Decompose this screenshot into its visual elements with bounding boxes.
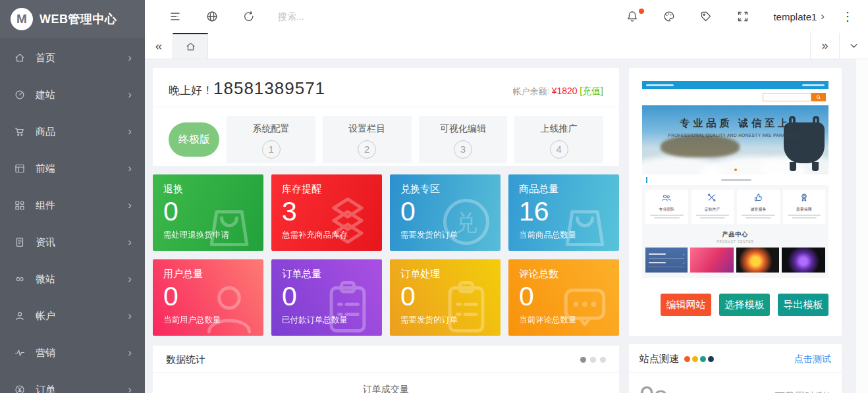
- collapse-menu-icon[interactable]: [169, 10, 182, 23]
- hero-subtitle: PROFESSIONAL QUALITY AND HONESTY ARE PAR…: [642, 133, 828, 138]
- mini-product-thumbnail: [690, 248, 734, 273]
- redeem-icon: 兑: [436, 192, 497, 251]
- mini-site-hero-banner: 专业品质 诚信至上 PROFESSIONAL QUALITY AND HONES…: [642, 105, 828, 174]
- stat-card-returns[interactable]: 退换 0 需处理退换货申请: [153, 174, 263, 251]
- svg-text:兑: 兑: [455, 210, 478, 235]
- legend-dot: [700, 356, 706, 362]
- team-icon: [661, 193, 672, 202]
- stat-card-redeem-zone[interactable]: 兑换专区 0 需要发货的订单 兑: [390, 174, 501, 251]
- sidebar-item-account[interactable]: 帐户 ›: [0, 298, 145, 334]
- step-visual-edit[interactable]: 可视化编辑 3: [419, 116, 508, 163]
- step-number: 3: [454, 140, 472, 159]
- step-set-columns[interactable]: 设置栏目 2: [323, 116, 412, 163]
- person-icon: [199, 276, 259, 336]
- comment-icon: [555, 276, 615, 336]
- mini-text-placeholder: [792, 217, 817, 219]
- carousel-dot[interactable]: [590, 357, 596, 363]
- document-icon: [13, 236, 26, 249]
- version-badge: 终极版: [169, 122, 219, 157]
- step-go-live[interactable]: 上线推广 4: [514, 116, 603, 163]
- cart-icon: [13, 125, 26, 138]
- sidebar-item-frontend[interactable]: 前端 ›: [0, 150, 145, 187]
- chevron-right-icon: ›: [821, 10, 825, 23]
- tools-icon: [707, 193, 717, 202]
- hero-carousel-dot: [734, 169, 737, 171]
- sidebar-item-marketing[interactable]: 营销 ›: [0, 334, 145, 371]
- sidebar-item-products[interactable]: 商品 ›: [0, 113, 145, 150]
- tabs-menu-button[interactable]: [839, 33, 868, 59]
- mini-text-placeholder: [650, 215, 684, 216]
- search: [278, 11, 449, 22]
- carousel-dot[interactable]: [580, 357, 586, 363]
- section-title: 站点测速: [639, 353, 679, 365]
- recharge-link[interactable]: [充值]: [580, 86, 603, 96]
- mountain-shape: [661, 135, 740, 157]
- dashed-divider: [153, 107, 619, 107]
- template-selector[interactable]: template1 ›: [773, 10, 825, 23]
- chevron-right-icon: ›: [128, 125, 132, 138]
- legend-dot: [708, 356, 714, 362]
- mini-text-placeholder: [700, 217, 726, 219]
- run-speed-test-link[interactable]: 点击测试: [794, 354, 831, 365]
- main-content: 晚上好！ 18581389571 帐户余额: ¥1820 [充值] 终极版 系统…: [145, 59, 868, 393]
- kebab-menu-icon[interactable]: ⋮: [842, 9, 854, 24]
- stat-card-order-processing[interactable]: 订单处理 0 需要发货的订单: [390, 259, 501, 336]
- tabs-scroll-left-button[interactable]: «: [145, 33, 173, 59]
- mini-search-box: [763, 93, 811, 101]
- mini-site-body: 专业团队 定制生产 诚意服务: [642, 185, 828, 278]
- stat-card-user-total[interactable]: 用户总量 0 当前用户总数量: [153, 259, 263, 336]
- chevron-down-icon: [849, 41, 859, 51]
- sidebar-item-microsite[interactable]: ∞ 微站 ›: [0, 261, 145, 298]
- notification-bell-icon[interactable]: [626, 10, 639, 23]
- tag-icon[interactable]: [699, 10, 713, 23]
- blue-tick: [646, 177, 647, 183]
- stat-card-stock-alert[interactable]: 库存提醒 3 急需补充商品库存: [271, 174, 382, 251]
- fullscreen-icon[interactable]: [736, 10, 749, 23]
- export-template-button[interactable]: 导出模板: [778, 294, 828, 316]
- mini-site-header: [642, 89, 828, 105]
- stat-card-order-total[interactable]: 订单总量 0 已付款订单总数量: [271, 259, 382, 336]
- user-icon: [13, 309, 26, 323]
- bag-icon: [199, 192, 259, 251]
- palette-icon[interactable]: [663, 10, 676, 23]
- layout-icon: [13, 162, 26, 175]
- stat-card-comment-total[interactable]: 评论总数 0 当前评论总数量: [508, 259, 619, 336]
- sidebar-item-news[interactable]: 资讯 ›: [0, 224, 145, 261]
- thumb-up-icon: [753, 193, 763, 202]
- template-preview-card: 专业品质 诚信至上 PROFESSIONAL QUALITY AND HONES…: [629, 68, 842, 336]
- choose-template-button[interactable]: 选择模板: [719, 294, 770, 316]
- mini-feature-card: 诚意服务: [737, 190, 780, 224]
- sidebar-nav: 首页 › 建站 › 商品 › 前端 › 组件 ›: [0, 38, 145, 393]
- yen-circle-icon: [13, 383, 26, 393]
- refresh-icon[interactable]: [242, 10, 256, 23]
- speed-value-label: 下载用时(秒): [775, 390, 831, 393]
- speed-value: 0s: [639, 381, 667, 393]
- stat-card-product-total[interactable]: 商品总量 16 当前商品总数量: [508, 174, 619, 251]
- mini-text-placeholder: [654, 217, 680, 219]
- chevron-right-icon: ›: [128, 346, 132, 359]
- sidebar-item-components[interactable]: 组件 ›: [0, 187, 145, 224]
- sidebar-item-orders[interactable]: 订单 ›: [0, 371, 145, 393]
- mini-text-placeholder: [649, 262, 666, 264]
- infinity-icon: ∞: [13, 273, 26, 286]
- pulse-icon: [13, 346, 26, 359]
- scrollbar-gutter[interactable]: [856, 59, 868, 393]
- sidebar-item-home[interactable]: 首页 ›: [0, 39, 145, 76]
- carousel-dot[interactable]: [600, 357, 606, 363]
- globe-icon[interactable]: [205, 10, 219, 23]
- medal-icon: [800, 193, 809, 202]
- balance-value: ¥1820: [552, 86, 578, 96]
- search-input[interactable]: [278, 11, 449, 22]
- tabs-scroll-right-button[interactable]: »: [810, 33, 839, 59]
- account-number: 18581389571: [213, 78, 325, 99]
- edit-site-button[interactable]: 编辑网站: [661, 294, 711, 316]
- clipboard-icon: [317, 276, 378, 336]
- mini-feature-card: 定制生产: [692, 190, 734, 224]
- logo: M WEB管理中心: [0, 0, 145, 38]
- mini-search-button: [811, 93, 826, 101]
- tab-home[interactable]: [173, 33, 208, 59]
- step-system-config[interactable]: 系统配置 1: [227, 116, 315, 163]
- chevron-right-icon: ›: [128, 162, 132, 175]
- template-actions: 编辑网站 选择模板 导出模板: [642, 294, 828, 316]
- sidebar-item-sitebuild[interactable]: 建站 ›: [0, 76, 145, 113]
